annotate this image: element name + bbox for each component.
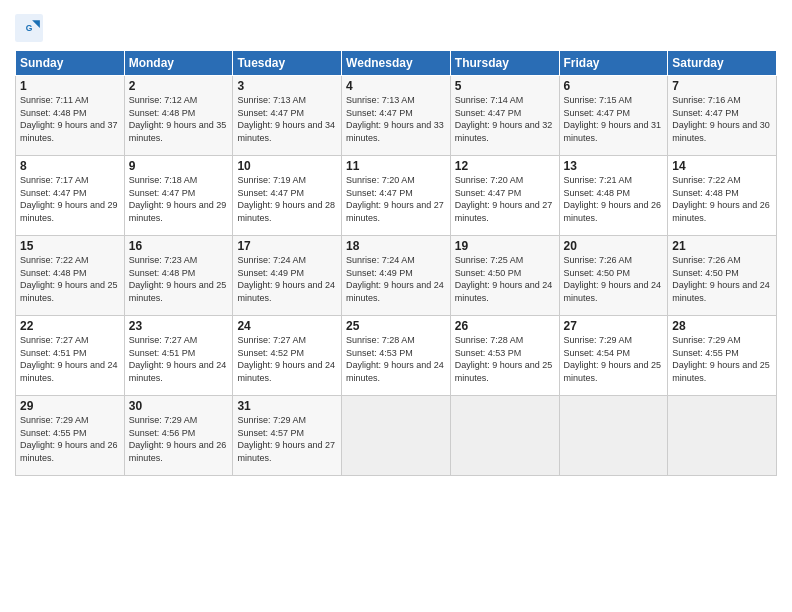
day-info: Sunrise: 7:29 AMSunset: 4:55 PMDaylight:… bbox=[672, 335, 770, 383]
table-row: 17Sunrise: 7:24 AMSunset: 4:49 PMDayligh… bbox=[233, 236, 342, 316]
table-row: 10Sunrise: 7:19 AMSunset: 4:47 PMDayligh… bbox=[233, 156, 342, 236]
table-row: 18Sunrise: 7:24 AMSunset: 4:49 PMDayligh… bbox=[342, 236, 451, 316]
day-number: 29 bbox=[20, 399, 120, 413]
day-number: 2 bbox=[129, 79, 229, 93]
table-row: 30Sunrise: 7:29 AMSunset: 4:56 PMDayligh… bbox=[124, 396, 233, 476]
day-info: Sunrise: 7:20 AMSunset: 4:47 PMDaylight:… bbox=[346, 175, 444, 223]
day-info: Sunrise: 7:29 AMSunset: 4:55 PMDaylight:… bbox=[20, 415, 118, 463]
day-info: Sunrise: 7:13 AMSunset: 4:47 PMDaylight:… bbox=[237, 95, 335, 143]
table-row: 25Sunrise: 7:28 AMSunset: 4:53 PMDayligh… bbox=[342, 316, 451, 396]
table-row: 9Sunrise: 7:18 AMSunset: 4:47 PMDaylight… bbox=[124, 156, 233, 236]
table-row: 19Sunrise: 7:25 AMSunset: 4:50 PMDayligh… bbox=[450, 236, 559, 316]
day-number: 16 bbox=[129, 239, 229, 253]
table-row: 29Sunrise: 7:29 AMSunset: 4:55 PMDayligh… bbox=[16, 396, 125, 476]
day-info: Sunrise: 7:28 AMSunset: 4:53 PMDaylight:… bbox=[455, 335, 553, 383]
day-number: 26 bbox=[455, 319, 555, 333]
logo: G bbox=[15, 14, 45, 42]
day-number: 28 bbox=[672, 319, 772, 333]
day-info: Sunrise: 7:16 AMSunset: 4:47 PMDaylight:… bbox=[672, 95, 770, 143]
col-thursday: Thursday bbox=[450, 51, 559, 76]
day-info: Sunrise: 7:26 AMSunset: 4:50 PMDaylight:… bbox=[672, 255, 770, 303]
day-number: 7 bbox=[672, 79, 772, 93]
day-number: 20 bbox=[564, 239, 664, 253]
col-wednesday: Wednesday bbox=[342, 51, 451, 76]
table-row: 11Sunrise: 7:20 AMSunset: 4:47 PMDayligh… bbox=[342, 156, 451, 236]
table-row: 8Sunrise: 7:17 AMSunset: 4:47 PMDaylight… bbox=[16, 156, 125, 236]
table-row: 16Sunrise: 7:23 AMSunset: 4:48 PMDayligh… bbox=[124, 236, 233, 316]
day-info: Sunrise: 7:17 AMSunset: 4:47 PMDaylight:… bbox=[20, 175, 118, 223]
day-info: Sunrise: 7:23 AMSunset: 4:48 PMDaylight:… bbox=[129, 255, 227, 303]
col-tuesday: Tuesday bbox=[233, 51, 342, 76]
day-number: 4 bbox=[346, 79, 446, 93]
day-number: 22 bbox=[20, 319, 120, 333]
table-row: 20Sunrise: 7:26 AMSunset: 4:50 PMDayligh… bbox=[559, 236, 668, 316]
day-number: 30 bbox=[129, 399, 229, 413]
day-number: 12 bbox=[455, 159, 555, 173]
table-row: 26Sunrise: 7:28 AMSunset: 4:53 PMDayligh… bbox=[450, 316, 559, 396]
table-row bbox=[342, 396, 451, 476]
table-row: 15Sunrise: 7:22 AMSunset: 4:48 PMDayligh… bbox=[16, 236, 125, 316]
day-number: 6 bbox=[564, 79, 664, 93]
table-row: 7Sunrise: 7:16 AMSunset: 4:47 PMDaylight… bbox=[668, 76, 777, 156]
day-info: Sunrise: 7:24 AMSunset: 4:49 PMDaylight:… bbox=[346, 255, 444, 303]
day-info: Sunrise: 7:11 AMSunset: 4:48 PMDaylight:… bbox=[20, 95, 118, 143]
day-number: 8 bbox=[20, 159, 120, 173]
day-info: Sunrise: 7:27 AMSunset: 4:51 PMDaylight:… bbox=[20, 335, 118, 383]
day-info: Sunrise: 7:15 AMSunset: 4:47 PMDaylight:… bbox=[564, 95, 662, 143]
table-row: 4Sunrise: 7:13 AMSunset: 4:47 PMDaylight… bbox=[342, 76, 451, 156]
col-saturday: Saturday bbox=[668, 51, 777, 76]
day-info: Sunrise: 7:20 AMSunset: 4:47 PMDaylight:… bbox=[455, 175, 553, 223]
day-number: 25 bbox=[346, 319, 446, 333]
day-number: 11 bbox=[346, 159, 446, 173]
table-row bbox=[559, 396, 668, 476]
day-info: Sunrise: 7:13 AMSunset: 4:47 PMDaylight:… bbox=[346, 95, 444, 143]
day-info: Sunrise: 7:24 AMSunset: 4:49 PMDaylight:… bbox=[237, 255, 335, 303]
day-number: 5 bbox=[455, 79, 555, 93]
day-info: Sunrise: 7:28 AMSunset: 4:53 PMDaylight:… bbox=[346, 335, 444, 383]
day-info: Sunrise: 7:22 AMSunset: 4:48 PMDaylight:… bbox=[20, 255, 118, 303]
day-info: Sunrise: 7:22 AMSunset: 4:48 PMDaylight:… bbox=[672, 175, 770, 223]
logo-icon: G bbox=[15, 14, 43, 42]
col-sunday: Sunday bbox=[16, 51, 125, 76]
table-row: 1Sunrise: 7:11 AMSunset: 4:48 PMDaylight… bbox=[16, 76, 125, 156]
svg-text:G: G bbox=[26, 23, 33, 33]
day-info: Sunrise: 7:27 AMSunset: 4:52 PMDaylight:… bbox=[237, 335, 335, 383]
day-info: Sunrise: 7:18 AMSunset: 4:47 PMDaylight:… bbox=[129, 175, 227, 223]
day-number: 21 bbox=[672, 239, 772, 253]
calendar-table: Sunday Monday Tuesday Wednesday Thursday… bbox=[15, 50, 777, 476]
day-number: 13 bbox=[564, 159, 664, 173]
day-number: 19 bbox=[455, 239, 555, 253]
day-number: 10 bbox=[237, 159, 337, 173]
day-number: 18 bbox=[346, 239, 446, 253]
col-friday: Friday bbox=[559, 51, 668, 76]
col-monday: Monday bbox=[124, 51, 233, 76]
table-row: 31Sunrise: 7:29 AMSunset: 4:57 PMDayligh… bbox=[233, 396, 342, 476]
table-row: 24Sunrise: 7:27 AMSunset: 4:52 PMDayligh… bbox=[233, 316, 342, 396]
day-number: 3 bbox=[237, 79, 337, 93]
day-info: Sunrise: 7:21 AMSunset: 4:48 PMDaylight:… bbox=[564, 175, 662, 223]
table-row: 13Sunrise: 7:21 AMSunset: 4:48 PMDayligh… bbox=[559, 156, 668, 236]
day-info: Sunrise: 7:12 AMSunset: 4:48 PMDaylight:… bbox=[129, 95, 227, 143]
table-row: 3Sunrise: 7:13 AMSunset: 4:47 PMDaylight… bbox=[233, 76, 342, 156]
day-number: 27 bbox=[564, 319, 664, 333]
day-info: Sunrise: 7:26 AMSunset: 4:50 PMDaylight:… bbox=[564, 255, 662, 303]
day-info: Sunrise: 7:29 AMSunset: 4:56 PMDaylight:… bbox=[129, 415, 227, 463]
table-row bbox=[668, 396, 777, 476]
day-number: 1 bbox=[20, 79, 120, 93]
table-row: 5Sunrise: 7:14 AMSunset: 4:47 PMDaylight… bbox=[450, 76, 559, 156]
day-number: 23 bbox=[129, 319, 229, 333]
table-row: 12Sunrise: 7:20 AMSunset: 4:47 PMDayligh… bbox=[450, 156, 559, 236]
day-number: 17 bbox=[237, 239, 337, 253]
table-row: 22Sunrise: 7:27 AMSunset: 4:51 PMDayligh… bbox=[16, 316, 125, 396]
day-info: Sunrise: 7:14 AMSunset: 4:47 PMDaylight:… bbox=[455, 95, 553, 143]
table-row: 27Sunrise: 7:29 AMSunset: 4:54 PMDayligh… bbox=[559, 316, 668, 396]
day-number: 9 bbox=[129, 159, 229, 173]
day-info: Sunrise: 7:25 AMSunset: 4:50 PMDaylight:… bbox=[455, 255, 553, 303]
day-number: 31 bbox=[237, 399, 337, 413]
day-number: 14 bbox=[672, 159, 772, 173]
day-info: Sunrise: 7:19 AMSunset: 4:47 PMDaylight:… bbox=[237, 175, 335, 223]
day-number: 15 bbox=[20, 239, 120, 253]
day-info: Sunrise: 7:29 AMSunset: 4:54 PMDaylight:… bbox=[564, 335, 662, 383]
table-row: 23Sunrise: 7:27 AMSunset: 4:51 PMDayligh… bbox=[124, 316, 233, 396]
day-info: Sunrise: 7:29 AMSunset: 4:57 PMDaylight:… bbox=[237, 415, 335, 463]
